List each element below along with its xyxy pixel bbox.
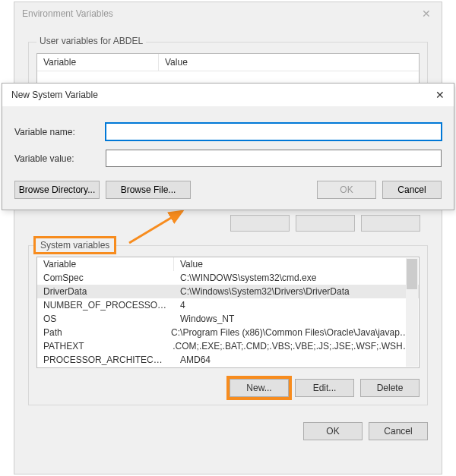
placeholder-btn bbox=[230, 215, 290, 232]
ok-button[interactable]: OK bbox=[303, 422, 363, 440]
cancel-button[interactable]: Cancel bbox=[382, 181, 442, 199]
system-variables-group: System variables Variable Value ComSpec … bbox=[28, 245, 428, 405]
column-value[interactable]: Value bbox=[159, 54, 419, 71]
table-row[interactable]: Path C:\Program Files (x86)\Common Files… bbox=[37, 326, 419, 339]
cell-var: ComSpec bbox=[37, 271, 174, 285]
user-variables-table[interactable]: Variable Value bbox=[36, 53, 420, 84]
column-variable[interactable]: Variable bbox=[37, 54, 159, 71]
user-group-title: User variables for ABDEL bbox=[36, 36, 146, 46]
new-button[interactable]: New... bbox=[230, 379, 289, 397]
cell-var: DriverData bbox=[37, 285, 174, 298]
cell-val: Windows_NT bbox=[174, 312, 240, 326]
browse-directory-button[interactable]: Browse Directory... bbox=[14, 181, 100, 199]
user-btns-placeholder bbox=[28, 207, 428, 239]
environment-variables-dialog: Environment Variables ✕ User variables f… bbox=[14, 2, 442, 474]
cell-val: C:\WINDOWS\system32\cmd.exe bbox=[174, 271, 322, 285]
placeholder-btn bbox=[296, 215, 355, 232]
table-row[interactable]: PATHEXT .COM;.EXE;.BAT;.CMD;.VBS;.VBE;.J… bbox=[37, 339, 419, 353]
table-row[interactable]: PROCESSOR_ARCHITECTU... AMD64 bbox=[37, 353, 419, 367]
close-icon[interactable]: ✕ bbox=[435, 89, 445, 101]
system-variables-table[interactable]: Variable Value ComSpec C:\WINDOWS\system… bbox=[36, 257, 420, 368]
edit-button[interactable]: Edit... bbox=[295, 379, 354, 397]
variable-value-label: Variable value: bbox=[14, 153, 106, 164]
cell-val: 4 bbox=[174, 298, 192, 312]
cell-val: C:\Program Files (x86)\Common Files\Orac… bbox=[165, 326, 419, 339]
table-header-row: Variable Value bbox=[37, 54, 419, 71]
sys-group-title: System variables bbox=[33, 236, 116, 254]
env-titlebar: Environment Variables ✕ bbox=[14, 2, 442, 25]
nv-titlebar: New System Variable ✕ bbox=[2, 84, 454, 106]
cell-val: .COM;.EXE;.BAT;.CMD;.VBS;.VBE;.JS;.JSE;.… bbox=[166, 339, 419, 353]
cell-var: PROCESSOR_ARCHITECTU... bbox=[37, 353, 174, 367]
nv-title: New System Variable bbox=[11, 90, 98, 100]
ok-button[interactable]: OK bbox=[317, 181, 376, 199]
close-icon[interactable]: ✕ bbox=[419, 6, 434, 21]
cell-var: NUMBER_OF_PROCESSORS bbox=[37, 298, 174, 312]
variable-name-label: Variable name: bbox=[14, 127, 106, 137]
column-variable[interactable]: Variable bbox=[37, 257, 174, 271]
delete-button[interactable]: Delete bbox=[360, 379, 420, 397]
browse-file-button[interactable]: Browse File... bbox=[106, 181, 191, 199]
cell-val: AMD64 bbox=[174, 353, 217, 367]
cell-var: Path bbox=[37, 326, 165, 339]
column-value[interactable]: Value bbox=[174, 257, 419, 271]
scrollbar-thumb[interactable] bbox=[407, 259, 417, 289]
cell-var: OS bbox=[37, 312, 174, 326]
table-header-row: Variable Value bbox=[37, 257, 419, 271]
placeholder-btn bbox=[361, 215, 420, 232]
cell-var: PATHEXT bbox=[37, 339, 166, 353]
table-row[interactable]: DriverData C:\Windows\System32\Drivers\D… bbox=[37, 285, 419, 298]
table-row[interactable]: OS Windows_NT bbox=[37, 312, 419, 326]
table-row[interactable]: ComSpec C:\WINDOWS\system32\cmd.exe bbox=[37, 271, 419, 285]
scrollbar[interactable] bbox=[406, 258, 418, 367]
cell-val: C:\Windows\System32\Drivers\DriverData bbox=[174, 285, 356, 298]
variable-name-input[interactable] bbox=[106, 123, 442, 140]
table-row[interactable]: NUMBER_OF_PROCESSORS 4 bbox=[37, 298, 419, 312]
variable-value-input[interactable] bbox=[106, 150, 442, 167]
env-title: Environment Variables bbox=[22, 8, 113, 19]
cancel-button[interactable]: Cancel bbox=[369, 422, 428, 440]
new-system-variable-dialog: New System Variable ✕ Variable name: Var… bbox=[2, 83, 454, 210]
